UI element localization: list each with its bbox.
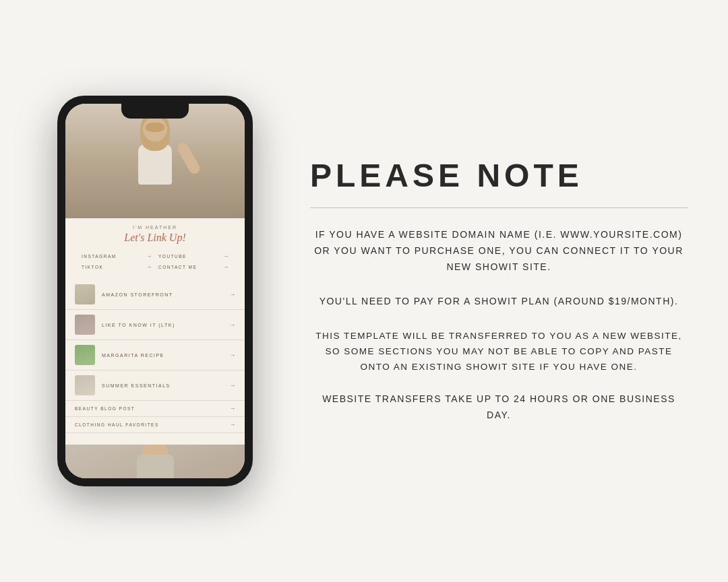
phone-hero-image xyxy=(65,104,245,218)
contact-arrow: → xyxy=(223,264,229,270)
phone-link-list: AMAZON STOREFRONT → LIKE TO KNOW IT (LTK… xyxy=(65,280,245,445)
list-item-beauty: BEAUTY BLOG POST → xyxy=(65,401,245,417)
ltk-arrow: → xyxy=(230,322,235,328)
phone-link-instagram: INSTAGRAM → xyxy=(82,252,152,261)
list-item-ltk: LIKE TO KNOW IT (LTK) → xyxy=(65,310,245,340)
hero-person-image xyxy=(65,104,245,218)
person-arm xyxy=(176,141,202,175)
margarita-thumbnail xyxy=(75,345,95,365)
beauty-arrow: → xyxy=(230,406,235,412)
phone-bottom-image xyxy=(65,445,245,478)
note-paragraph-1: IF YOU HAVE A WEBSITE DOMAIN NAME (I.E. … xyxy=(310,227,688,275)
amazon-label: AMAZON STOREFRONT xyxy=(102,292,230,297)
ltk-label: LIKE TO KNOW IT (LTK) xyxy=(102,323,230,327)
summer-thumbnail xyxy=(75,375,95,395)
contact-label: CONTACT ME xyxy=(158,265,197,269)
list-item-clothing: CLOTHING HAUL FAVORITES → xyxy=(65,417,245,433)
beauty-label: BEAUTY BLOG POST xyxy=(75,406,230,411)
clothing-arrow: → xyxy=(230,422,235,428)
instagram-arrow: → xyxy=(146,253,152,259)
clothing-label: CLOTHING HAUL FAVORITES xyxy=(75,422,230,427)
phone-mockup-section: I'M HEATHER Let's Link Up! INSTAGRAM → Y… xyxy=(40,96,270,486)
content-section: PLEASE NOTE IF YOU HAVE A WEBSITE DOMAIN… xyxy=(270,158,688,423)
ltk-thumbnail xyxy=(75,315,95,335)
person-silhouette xyxy=(128,117,182,205)
phone-social-links: INSTAGRAM → YOUTUBE → TIKTOK → CONTACT M… xyxy=(76,249,234,274)
summer-arrow: → xyxy=(230,383,235,389)
phone-screen: I'M HEATHER Let's Link Up! INSTAGRAM → Y… xyxy=(65,104,245,478)
note-paragraph-4: WEBSITE TRANSFERS TAKE UP TO 24 HOURS OR… xyxy=(310,391,688,424)
phone-link-tiktok: TIKTOK → xyxy=(82,263,152,271)
phone-subtitle: I'M HEATHER xyxy=(76,225,234,230)
phone-link-contact: CONTACT ME → xyxy=(158,263,229,271)
list-item-summer: SUMMER ESSENTIALS → xyxy=(65,370,245,401)
list-item-amazon: AMAZON STOREFRONT → xyxy=(65,280,245,310)
phone-link-youtube: YOUTUBE → xyxy=(158,252,229,261)
summer-label: SUMMER ESSENTIALS xyxy=(102,383,230,388)
list-item-margarita: MARGARITA RECIPE → xyxy=(65,340,245,370)
person-head xyxy=(143,117,167,141)
phone-notch xyxy=(121,104,189,119)
youtube-arrow: → xyxy=(223,253,229,259)
instagram-label: INSTAGRAM xyxy=(82,254,117,259)
phone-profile-section: I'M HEATHER Let's Link Up! INSTAGRAM → Y… xyxy=(65,218,245,280)
tiktok-arrow: → xyxy=(146,264,152,270)
amazon-thumbnail xyxy=(75,284,95,304)
note-paragraph-2: YOU'LL NEED TO PAY FOR A SHOWIT PLAN (AR… xyxy=(310,294,688,310)
tiktok-label: TIKTOK xyxy=(82,265,103,269)
margarita-arrow: → xyxy=(230,352,235,358)
title-divider xyxy=(310,207,688,208)
note-paragraph-3: THIS TEMPLATE WILL BE TRANSFERRED TO YOU… xyxy=(310,329,688,375)
youtube-label: YOUTUBE xyxy=(158,254,187,259)
page-title: PLEASE NOTE xyxy=(310,158,688,194)
phone-name: Let's Link Up! xyxy=(76,232,234,244)
phone-frame: I'M HEATHER Let's Link Up! INSTAGRAM → Y… xyxy=(57,96,253,486)
margarita-label: MARGARITA RECIPE xyxy=(102,353,230,358)
amazon-arrow: → xyxy=(230,292,235,298)
